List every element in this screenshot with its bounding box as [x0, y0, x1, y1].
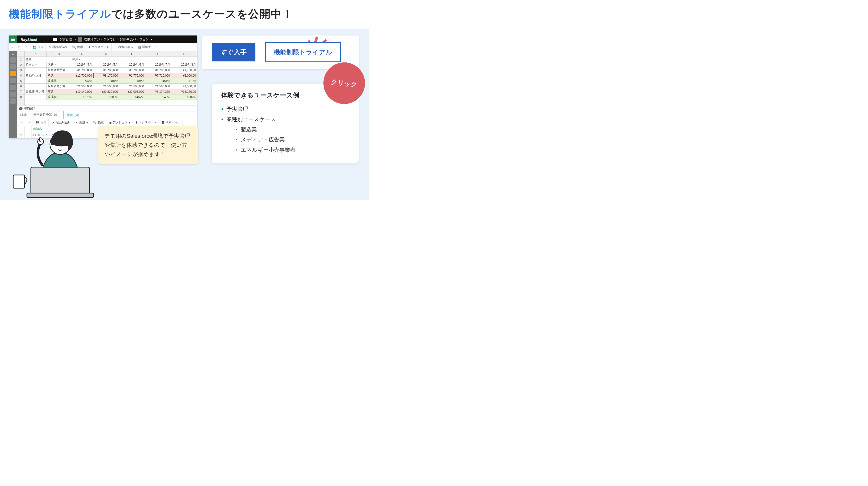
- usecase-item: 業種別ユースケース 製造業 メディア・広告業 エネルギー小売事業者: [221, 114, 349, 155]
- status-text: 準備完了: [24, 107, 36, 111]
- spreadsheet[interactable]: A B C D E F G 1 金額 年月: [17, 51, 197, 138]
- tab-detail[interactable]: 詳細: [17, 111, 30, 119]
- svg-rect-0: [31, 167, 90, 194]
- person-2: 遠藤 孝太郎: [29, 90, 44, 93]
- usecase-item: 予実管理: [221, 104, 349, 114]
- brand-bold: Ray: [21, 37, 27, 41]
- colhdr-e[interactable]: E: [119, 51, 145, 57]
- headline-rest: では多数のユースケースを公開中！: [111, 8, 293, 20]
- hamburger-icon[interactable]: [9, 35, 17, 43]
- d-reload[interactable]: ⟳ 再読み込み: [50, 119, 72, 126]
- colhdr-c[interactable]: C: [71, 51, 93, 57]
- search-button[interactable]: 🔍 検索: [70, 43, 85, 51]
- d-export[interactable]: ⬇ エクスポート: [133, 119, 159, 126]
- row-3[interactable]: 3 担当者月予算 ¥1,700,000 ¥1,700,000 ¥1,700,00…: [18, 67, 197, 73]
- expand-sidebar-button[interactable]: »: [10, 45, 15, 49]
- row-4[interactable]: 4 ⊟ 葡萄 太郎 商談 ¥12,700,000 ¥8,170,000 ¥1,7…: [18, 73, 197, 78]
- colhdr-d[interactable]: D: [93, 51, 119, 57]
- rail-item-1[interactable]: [10, 57, 16, 63]
- speech-bubble: デモ用のSalesforce環境で予実管理や集計を体感できるので、使い方のイメー…: [98, 126, 198, 164]
- colhdr-a[interactable]: A: [25, 51, 47, 57]
- rail-item-6[interactable]: [10, 92, 16, 97]
- main-toolbar: » ↶ ↷ 💾 保存 ⟳ 再読み込み 🔍 検索 ⬇ エクスポート ☰ 検索パネル…: [9, 43, 197, 51]
- cta-row: すぐ入手 機能制限トライアル: [202, 35, 359, 69]
- breadcrumb: 予実管理 > 複数オブジェクトで行う予実-商談バージョン: [53, 37, 152, 41]
- person-1: 葡萄 太郎: [29, 74, 41, 77]
- headline-accent: 機能制限トライアル: [9, 8, 111, 20]
- row-2[interactable]: 2 担当者 区分 2019年/4月 2019年/5月 2019年/6月 2019…: [18, 62, 197, 67]
- selected-cell[interactable]: ¥8,170,000: [93, 73, 119, 78]
- brand-light: Sheet: [27, 37, 37, 41]
- d-redo[interactable]: ↷: [26, 119, 33, 126]
- left-rail: «: [9, 51, 17, 138]
- rowhdr-1[interactable]: 1: [18, 57, 25, 62]
- hdr-ym[interactable]: 年月: [72, 58, 80, 61]
- d-new[interactable]: ＋ 新規 ▾: [73, 119, 90, 126]
- column-header-row: A B C D E F G: [18, 51, 197, 57]
- hdr-kubun[interactable]: 区分: [48, 63, 56, 66]
- row-5[interactable]: 5 達成率 747% 481% 104% 454% 118%: [18, 78, 197, 84]
- row-6[interactable]: 6 担当者月予算 ¥1,500,000 ¥1,500,000 ¥1,500,00…: [18, 84, 197, 89]
- usecase-subitem: メディア・広告業: [236, 134, 349, 145]
- character-illustration: [14, 125, 102, 199]
- colhdr-g[interactable]: G: [171, 51, 197, 57]
- rail-item-5[interactable]: [10, 85, 16, 90]
- page-headline: 機能制限トライアルでは多数のユースケースを公開中！: [0, 0, 369, 29]
- hdr-person[interactable]: 担当者: [26, 63, 37, 66]
- svg-point-6: [63, 145, 64, 146]
- tab-budget[interactable]: 担当者月予算（0）: [30, 111, 63, 119]
- wrench-icon: [78, 37, 82, 41]
- title-bar: RaySheet 予実管理 > 複数オブジェクトで行う予実-商談バージョン: [9, 35, 197, 43]
- svg-rect-3: [40, 137, 41, 142]
- tab-deal[interactable]: 商談（3）: [63, 111, 84, 119]
- row-8[interactable]: 8 達成率 1276% 1388% 1467% 545% 1082%: [18, 94, 197, 100]
- usecase-subitem: エネルギー小売事業者: [236, 145, 349, 155]
- raysheet-app: RaySheet 予実管理 > 複数オブジェクトで行う予実-商談バージョン » …: [9, 35, 197, 138]
- rowhdr-2[interactable]: 2: [18, 62, 25, 67]
- detail-tabs: 詳細 担当者月予算（0） 商談（3）: [17, 112, 197, 119]
- get-now-button[interactable]: すぐ入手: [212, 43, 255, 61]
- breadcrumb-folder[interactable]: 予実管理: [59, 37, 72, 41]
- colhdr-f[interactable]: F: [145, 51, 171, 57]
- svg-point-5: [56, 145, 58, 146]
- usecase-subitem: 製造業: [236, 125, 349, 135]
- trial-button[interactable]: 機能制限トライアル: [265, 42, 341, 62]
- svg-rect-1: [27, 193, 93, 198]
- collapse-rail-icon[interactable]: «: [12, 52, 14, 56]
- rail-item-7[interactable]: [10, 98, 16, 104]
- save-button[interactable]: 💾 保存: [31, 43, 46, 51]
- rail-item-2[interactable]: [10, 64, 16, 69]
- breadcrumb-sep: >: [74, 38, 76, 41]
- export-button[interactable]: ⬇ エクスポート: [86, 43, 112, 51]
- redo-button[interactable]: ↷: [23, 43, 30, 51]
- folder-icon: [53, 38, 57, 41]
- detail-toolbar: ↶ ↷ 💾 保存 ⟳ 再読み込み ＋ 新規 ▾ 🔍 検索 ▣ アクション ▾ ⬇…: [17, 119, 197, 126]
- reload-button[interactable]: ⟳ 再読み込み: [47, 43, 69, 51]
- breadcrumb-page[interactable]: 複数オブジェクトで行う予実-商談バージョン: [84, 37, 152, 41]
- search-panel-button[interactable]: ☰ 検索パネル: [113, 43, 135, 51]
- row-7[interactable]: 7 ⊟ 遠藤 孝太郎 商談 ¥19,142,000 ¥20,820,000 ¥2…: [18, 89, 197, 94]
- undo-button[interactable]: ↶: [16, 43, 22, 51]
- hdr-amount: 金額: [25, 57, 71, 62]
- d-search[interactable]: 🔍 検索: [91, 119, 106, 126]
- usecase-list: 予実管理 業種別ユースケース 製造業 メディア・広告業 エネルギー小売事業者: [221, 104, 349, 155]
- status-ok-icon: [19, 107, 23, 110]
- speech-text: デモ用のSalesforce環境で予実管理や集計を体感できるので、使い方のイメー…: [104, 133, 190, 157]
- rail-item-4[interactable]: [10, 78, 16, 83]
- rail-item-3[interactable]: [10, 71, 16, 77]
- row-1[interactable]: 1 金額 年月: [18, 57, 197, 62]
- colhdr-b[interactable]: B: [47, 51, 71, 57]
- d-save[interactable]: 💾 保存: [34, 119, 49, 126]
- d-undo[interactable]: ↶: [19, 119, 25, 126]
- brand: RaySheet: [17, 37, 41, 41]
- d-action[interactable]: ▣ アクション ▾: [107, 119, 132, 126]
- detail-area-button[interactable]: ▤ 詳細エリア: [136, 43, 159, 51]
- d-panel[interactable]: ☰ 検索パネル: [160, 119, 183, 126]
- click-badge-label: クリック: [331, 78, 358, 89]
